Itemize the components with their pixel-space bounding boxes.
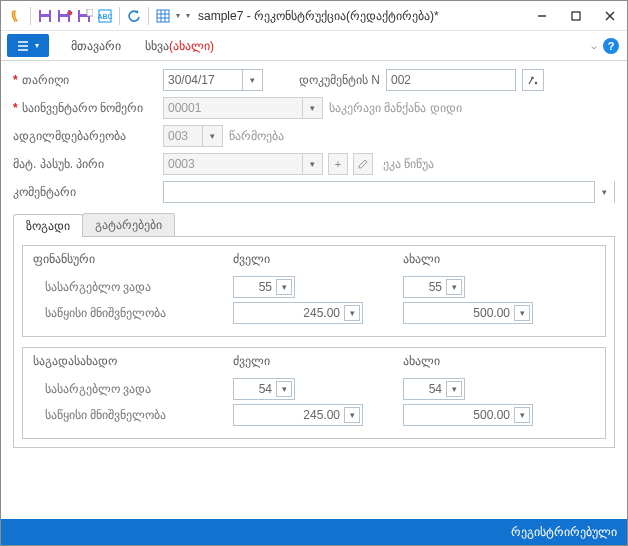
dropdown-icon[interactable]: [446, 279, 462, 295]
dropdown-icon[interactable]: [276, 279, 292, 295]
tab-postings[interactable]: გატარებები: [82, 213, 175, 236]
table-icon[interactable]: [154, 7, 172, 25]
dropdown-icon[interactable]: [344, 407, 360, 423]
fin-old-start-field[interactable]: 245.00: [233, 302, 363, 324]
toolbar-customize-arrow[interactable]: ▾: [184, 7, 192, 25]
fin-new-useful-field[interactable]: 55: [403, 276, 465, 298]
status-text: რეგისტრირებული: [511, 525, 617, 539]
date-value: 30/04/17: [168, 73, 215, 87]
column-old: ძველი: [233, 252, 403, 266]
fin-old-useful-field[interactable]: 55: [233, 276, 295, 298]
minimize-button[interactable]: [525, 1, 559, 31]
menubar: ▾ მთავარი სხვა(ახალი) ⌵ ?: [1, 31, 627, 61]
required-marker: *: [13, 101, 18, 115]
date-dropdown-button[interactable]: [243, 69, 263, 91]
menu-other-new: (ახალი): [169, 39, 214, 53]
svg-rect-1: [41, 10, 49, 14]
tax-old-start-field[interactable]: 245.00: [233, 404, 363, 426]
location-description: წარმოება: [229, 129, 284, 143]
close-button[interactable]: [593, 1, 627, 31]
label-location-text: ადგილმდებარეობა: [13, 129, 126, 143]
responsible-edit-button: [353, 153, 373, 175]
svg-rect-9: [87, 9, 93, 16]
group-tax-title: საგადასახადო: [33, 354, 233, 368]
dropdown-icon[interactable]: [514, 305, 530, 321]
app-window: ABC ▾ ▾ sample7 - რეკონსტრუქცია(რედაქტირ…: [0, 0, 628, 546]
tax-old-start-value: 245.00: [238, 408, 344, 422]
save-close-icon[interactable]: [56, 7, 74, 25]
svg-point-24: [535, 82, 537, 84]
fin-new-start-field[interactable]: 500.00: [403, 302, 533, 324]
fin-useful-life-label: სასარგებლო ვადა: [33, 280, 233, 294]
tax-old-useful-value: 54: [238, 382, 276, 396]
svg-rect-5: [60, 17, 68, 22]
inventory-number-field: 00001: [163, 97, 303, 119]
label-location: ადგილმდებარეობა: [13, 125, 163, 147]
svg-text:ABC: ABC: [98, 13, 112, 20]
quick-access-toolbar: ABC ▾ ▾: [7, 7, 192, 25]
titlebar: ABC ▾ ▾ sample7 - რეკონსტრუქცია(რედაქტირ…: [1, 1, 627, 31]
label-doc-n: დოკუმენტის N: [299, 73, 380, 87]
menu-main[interactable]: მთავარი: [59, 31, 133, 60]
tax-old-useful-field[interactable]: 54: [233, 378, 295, 400]
location-value: 003: [168, 129, 188, 143]
statusbar: რეგისტრირებული: [1, 519, 627, 545]
svg-rect-2: [41, 17, 49, 22]
label-inventory: * საინვენტარო ნომერი: [13, 97, 163, 119]
tax-useful-life-label: სასარგებლო ვადა: [33, 382, 233, 396]
column-new: ახალი: [403, 252, 573, 266]
svg-rect-12: [157, 10, 169, 22]
window-title: sample7 - რეკონსტრუქცია(რედაქტირება)*: [198, 9, 439, 23]
save-icon[interactable]: [36, 7, 54, 25]
fin-old-useful-value: 55: [238, 280, 276, 294]
file-menu-button[interactable]: ▾: [7, 34, 49, 57]
dropdown-icon[interactable]: [446, 381, 462, 397]
group-financial: ფინანსური ძველი ახალი სასარგებლო ვადა 55: [22, 245, 606, 337]
dropdown-icon[interactable]: [514, 407, 530, 423]
fin-new-start-value: 500.00: [408, 306, 514, 320]
date-field[interactable]: 30/04/17: [163, 69, 243, 91]
tax-new-useful-field[interactable]: 54: [403, 378, 465, 400]
tax-new-start-value: 500.00: [408, 408, 514, 422]
tab-panel-general: ფინანსური ძველი ახალი სასარგებლო ვადა 55: [13, 236, 615, 448]
location-dropdown-button: [203, 125, 223, 147]
label-responsible-text: მატ. პასუხ. პირი: [13, 157, 104, 171]
save-new-icon[interactable]: [76, 7, 94, 25]
group-tax: საგადასახადო ძველი ახალი სასარგებლო ვადა…: [22, 347, 606, 439]
comment-dropdown-button[interactable]: [594, 181, 614, 203]
dropdown-icon[interactable]: [344, 305, 360, 321]
group-financial-title: ფინანსური: [33, 252, 233, 266]
required-marker: *: [13, 73, 18, 87]
help-icon[interactable]: ?: [603, 38, 619, 54]
svg-rect-18: [572, 12, 580, 20]
tax-new-useful-value: 54: [408, 382, 446, 396]
tab-strip: ზოგადი გატარებები: [13, 213, 615, 236]
app-icon: [7, 7, 25, 25]
tax-start-value-label: საწყისი მნიშვნელობა: [33, 408, 233, 422]
refresh-icon[interactable]: [125, 7, 143, 25]
label-comment-text: კომენტარი: [13, 185, 76, 199]
tax-new-start-field[interactable]: 500.00: [403, 404, 533, 426]
inventory-number-value: 00001: [168, 101, 201, 115]
toolbar-icon-4[interactable]: ABC: [96, 7, 114, 25]
form-area: * თარიღი 30/04/17 დოკუმენტის N 002 *: [1, 61, 627, 203]
fin-old-start-value: 245.00: [238, 306, 344, 320]
label-date-text: თარიღი: [22, 73, 69, 87]
fin-start-value-label: საწყისი მნიშვნელობა: [33, 306, 233, 320]
menu-other[interactable]: სხვა(ახალი): [133, 31, 226, 60]
doc-number-value: 002: [391, 73, 411, 87]
svg-rect-8: [80, 17, 88, 22]
doc-number-field[interactable]: 002: [386, 69, 516, 91]
responsible-add-button: +: [328, 153, 348, 175]
tab-general[interactable]: ზოგადი: [13, 214, 83, 237]
responsible-value: 0003: [168, 157, 195, 171]
ribbon-collapse-icon[interactable]: ⌵: [591, 40, 597, 51]
toolbar-dropdown-arrow[interactable]: ▾: [174, 7, 182, 25]
dropdown-icon[interactable]: [276, 381, 292, 397]
comment-field[interactable]: [163, 181, 615, 203]
maximize-button[interactable]: [559, 1, 593, 31]
label-comment: კომენტარი: [13, 181, 163, 203]
window-controls: [525, 1, 627, 31]
doc-number-action-button[interactable]: [522, 69, 544, 91]
svg-rect-4: [60, 10, 68, 14]
